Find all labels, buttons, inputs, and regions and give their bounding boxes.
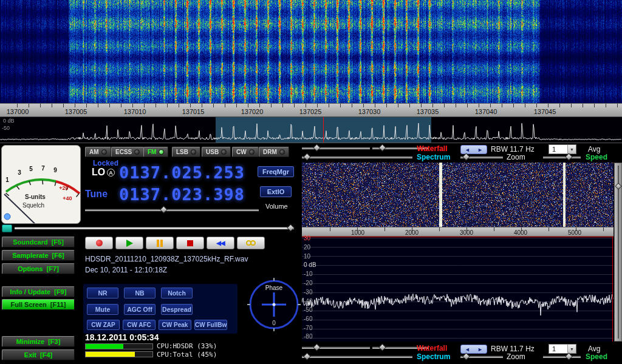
zoom-slider[interactable] [460,356,503,358]
cw-afc-button[interactable]: CW AFC [123,320,156,330]
mode-button-lsb[interactable]: LSB [172,147,200,157]
main-gain-slider[interactable] [15,227,294,229]
slider-handle[interactable] [565,153,573,161]
speed-slider[interactable] [543,156,581,158]
nr-button[interactable]: NR [87,288,118,298]
rx-waterfall[interactable] [302,163,613,227]
mode-button-am[interactable]: AM [85,147,111,157]
button-hotkey: [F4] [40,351,52,359]
meter-mini-button[interactable] [2,224,12,232]
spectrum-label[interactable]: Spectrum [417,153,450,161]
cw-zap-button[interactable]: CW ZAP [87,320,120,330]
fullscreen-button[interactable]: Full Screen[F11] [2,299,75,310]
left-arrow-icon[interactable]: ◄ [465,346,470,352]
mode-button-fm[interactable]: FM [143,147,168,157]
rx-display-controls-top: Waterfall ◄► RBW 11.7 Hz 1▼ Avg Spectrum… [298,143,616,161]
phase-scope[interactable]: Phase 0 [247,277,301,332]
slider-handle[interactable] [303,352,311,360]
waterfall-upper-slider[interactable] [302,147,370,149]
avg-select[interactable]: 1▼ [549,344,576,354]
avg-label: Avg [588,145,600,153]
button-label: Full Screen [11,301,47,308]
volume-slider[interactable] [85,209,259,211]
right-arrow-icon[interactable]: ► [477,346,483,352]
db-scale-label: -60 [304,315,312,322]
extio-button[interactable]: ExtIO [260,186,292,197]
exit-button[interactable]: Exit[F4] [2,349,75,360]
display-contrast-slider[interactable] [614,163,622,342]
cw-peak-button[interactable]: CW Peak [159,320,191,330]
waterfall-shift-buttons[interactable]: ◄► [460,345,487,354]
mute-button[interactable]: Mute [87,304,118,315]
pause-icon [157,240,159,247]
slider-handle[interactable] [565,352,573,360]
phase-center-dot [273,303,276,306]
right-arrow-icon[interactable]: ► [477,147,483,153]
slider-handle[interactable] [378,144,386,152]
main-spectrum[interactable] [0,117,622,143]
freq-tick-label: 137010 [117,108,153,115]
record-button[interactable] [85,237,113,249]
mode-led-icon [101,149,107,155]
mode-button-drm[interactable]: DRM [259,147,289,157]
slider-handle[interactable] [303,153,311,161]
waterfall-label[interactable]: Waterfall [417,144,447,153]
mode-button-cw[interactable]: CW [232,147,259,157]
lo-frequency-display[interactable]: 0137.025.253 [119,163,245,182]
rx-frequency-ruler[interactable]: 1000 2000 3000 4000 5000 [302,227,613,237]
left-arrow-icon[interactable]: ◄ [465,147,470,153]
play-button[interactable] [115,237,143,249]
minimize-button[interactable]: Minimize[F3] [2,336,75,347]
spectrum-label[interactable]: Spectrum [417,352,450,361]
hdsdr-window: 137000 137005 137010 137015 137020 13702… [0,0,622,364]
volume-label: Volume [265,203,288,210]
mode-led-icon [134,149,140,155]
slider-handle[interactable] [313,144,321,152]
spectrum-range-slider[interactable] [302,156,412,158]
tune-frequency-display[interactable]: 0137.023.398 [119,185,245,204]
loop-button[interactable] [237,237,265,249]
slider-handle[interactable] [462,153,470,161]
freq-tick-label: 137040 [468,108,504,115]
notch-button[interactable]: Notch [161,288,193,298]
rewind-icon: ◀◀ [216,240,224,246]
avg-select[interactable]: 1▼ [549,144,576,154]
cw-fullbw-button[interactable]: CW FullBw [194,320,227,330]
main-gain-slider-handle[interactable] [287,224,295,232]
vslider-handle[interactable] [615,183,621,189]
freqmgr-button[interactable]: FreqMgr [258,166,294,177]
waterfall-shift-buttons[interactable]: ◄► [460,145,487,154]
despread-button[interactable]: Despread [161,304,193,315]
slider-handle[interactable] [313,343,321,351]
samplerate-button[interactable]: Samplerate[F6] [2,250,75,261]
info-update-button[interactable]: Info / Update[F9] [2,286,75,297]
s-meter-label-plus20: +20 [59,185,68,191]
button-label: Info / Update [10,288,51,295]
stop-button[interactable] [176,237,204,249]
spectrum-range-slider[interactable] [302,356,412,358]
waterfall-upper-slider[interactable] [302,346,370,349]
mode-button-usb[interactable]: USB [202,147,231,157]
zoom-slider[interactable] [460,156,503,158]
options-button[interactable]: Options[F7] [2,263,75,274]
volume-slider-handle[interactable] [160,206,168,214]
s-meter[interactable]: 1 3 5 7 9 +20 +40 S-units Squelch [1,145,81,224]
pause-button[interactable] [146,237,174,249]
agc-button[interactable]: AGC Off [124,304,156,315]
main-waterfall[interactable] [0,0,622,103]
db-scale-label: -50 [304,306,312,313]
mode-button-ecss[interactable]: ECSS [111,147,144,157]
slider-handle[interactable] [378,343,386,351]
freq-tick-label: 3000 [451,229,482,236]
mode-label: CW [236,149,247,155]
waterfall-label[interactable]: Waterfall [417,344,447,352]
rx-spectrum[interactable] [302,237,613,342]
soundcard-button[interactable]: Soundcard[F5] [2,237,75,248]
speed-slider[interactable] [543,356,581,358]
nb-button[interactable]: NB [124,288,156,298]
main-frequency-ruler[interactable]: 137000 137005 137010 137015 137020 13702… [0,103,622,117]
lo-lock-badge[interactable]: A [107,169,115,177]
rewind-button[interactable]: ◀◀ [207,237,234,249]
slider-handle[interactable] [462,352,470,360]
s-meter-label-3: 3 [18,169,21,176]
